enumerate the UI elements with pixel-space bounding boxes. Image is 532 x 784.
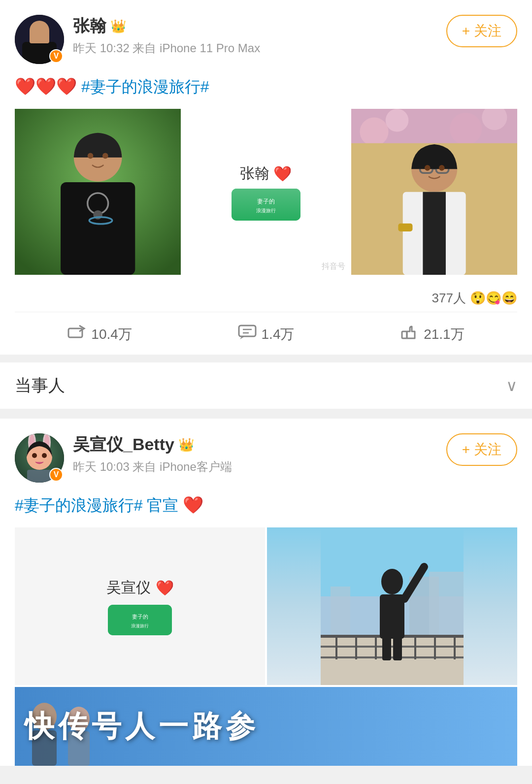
hearts-emoji: ❤️❤️❤️: [15, 77, 77, 96]
username-line-2: 吴宣仪_Betty 👑: [73, 433, 232, 456]
svg-rect-27: [398, 224, 412, 231]
svg-rect-43: [27, 470, 52, 483]
post-1-meta: 昨天 10:32 来自 iPhone 11 Pro Max: [73, 40, 260, 56]
svg-rect-60: [414, 635, 416, 659]
svg-rect-52: [321, 636, 464, 685]
svg-point-18: [450, 113, 482, 145]
avatar-zhang-han[interactable]: V: [15, 15, 64, 64]
svg-rect-57: [355, 635, 357, 659]
username-line-1: 张翰 👑: [73, 15, 260, 37]
svg-point-42: [42, 453, 47, 458]
post-2-meta: 昨天 10:03 来自 iPhone客户端: [73, 459, 232, 475]
post-2-img-1[interactable]: 吴宣仪 ❤️ 妻子的 浪漫旅行: [15, 527, 265, 685]
svg-point-41: [32, 453, 37, 458]
like-icon: [400, 324, 419, 345]
section-divider: [0, 409, 532, 419]
post-2: V 吴宣仪_Betty 👑 昨天 10:03 来自 iPhone客户端 + 关注…: [0, 419, 532, 766]
svg-point-11: [102, 153, 108, 159]
post-1-action-bar: 10.4万 1.4万 21.1万: [15, 312, 517, 355]
svg-rect-55: [321, 656, 464, 658]
svg-point-16: [360, 117, 388, 146]
crown-icon-1: 👑: [110, 19, 126, 34]
parties-label: 当事人: [15, 374, 65, 397]
banner-overlay: 快传号人一路参: [25, 707, 259, 747]
reactions-count: 377人: [432, 290, 466, 307]
post-1-header-left: V 张翰 👑 昨天 10:32 来自 iPhone 11 Pro Max: [15, 15, 260, 64]
reactions-line: 377人 😲😋😄: [15, 285, 517, 312]
heart-2: ❤️: [183, 495, 203, 514]
wu-img-text: 吴宣仪: [106, 578, 151, 598]
svg-rect-67: [393, 636, 402, 660]
post-1-content: ❤️❤️❤️ #妻子的浪漫旅行#: [15, 74, 517, 99]
post-2-header-left: V 吴宣仪_Betty 👑 昨天 10:03 来自 iPhone客户端: [15, 433, 232, 483]
like-count: 21.1万: [424, 325, 465, 344]
parties-section[interactable]: 当事人 ∨: [0, 362, 532, 409]
svg-point-28: [425, 165, 431, 171]
svg-point-10: [88, 153, 94, 159]
img2-text: 张翰 ❤️: [240, 163, 292, 184]
svg-rect-64: [380, 594, 404, 639]
post-2-image-grid: 吴宣仪 ❤️ 妻子的 浪漫旅行: [15, 527, 517, 685]
post-1: V 张翰 👑 昨天 10:32 来自 iPhone 11 Pro Max + 关…: [0, 0, 532, 355]
svg-rect-51: [429, 572, 464, 636]
svg-rect-61: [434, 635, 436, 659]
svg-rect-62: [454, 635, 456, 659]
svg-point-63: [381, 569, 403, 594]
like-action[interactable]: 21.1万: [400, 324, 465, 345]
post-1-img-2[interactable]: 张翰 ❤️ 妻子的 浪漫旅行 抖音号: [183, 109, 349, 275]
post-1-img-3[interactable]: [351, 109, 517, 275]
username-2: 吴宣仪_Betty: [73, 433, 174, 456]
hashtag-2b[interactable]: 官宣: [147, 496, 178, 514]
verified-badge: V: [49, 49, 63, 63]
crown-icon-2: 👑: [178, 437, 194, 453]
svg-text:妻子的: 妻子的: [132, 614, 148, 620]
svg-rect-54: [321, 646, 464, 648]
post-2-content: #妻子的浪漫旅行# 官宣 ❤️: [15, 492, 517, 518]
chevron-down-icon: ∨: [506, 376, 517, 395]
post-1-img-1[interactable]: [15, 109, 181, 275]
hashtag-2a[interactable]: #妻子的浪漫旅行#: [15, 496, 143, 514]
follow-button-1[interactable]: + 关注: [446, 15, 517, 47]
svg-rect-56: [335, 635, 337, 659]
post-1-image-grid: 张翰 ❤️ 妻子的 浪漫旅行 抖音号: [15, 109, 517, 275]
svg-rect-31: [239, 326, 256, 336]
post-1-user-info: 张翰 👑 昨天 10:32 来自 iPhone 11 Pro Max: [73, 15, 260, 56]
post-2-img-2[interactable]: [267, 527, 517, 685]
verified-badge-2: V: [49, 468, 63, 482]
banner-text: 快传号人一路参: [25, 707, 259, 747]
post-2-header: V 吴宣仪_Betty 👑 昨天 10:03 来自 iPhone客户端 + 关注: [15, 433, 517, 483]
svg-rect-6: [61, 182, 135, 275]
svg-rect-58: [375, 635, 377, 659]
repost-icon: [67, 324, 86, 345]
repost-count: 10.4万: [91, 325, 132, 344]
reactions-emojis: 😲😋😄: [470, 291, 517, 306]
wu-img-heart: ❤️: [156, 579, 174, 596]
svg-rect-34: [402, 331, 407, 338]
watermark-2: 抖音号: [322, 261, 345, 272]
post-1-header: V 张翰 👑 昨天 10:32 来自 iPhone 11 Pro Max + 关…: [15, 15, 517, 64]
follow-button-2[interactable]: + 关注: [446, 433, 517, 466]
comment-count: 1.4万: [262, 325, 295, 344]
svg-point-29: [439, 165, 445, 171]
svg-rect-49: [331, 587, 350, 636]
comment-icon: [238, 324, 257, 345]
post-2-img-3[interactable]: 快传号人一路参: [15, 687, 517, 766]
svg-rect-44: [108, 605, 172, 635]
repost-action[interactable]: 10.4万: [67, 324, 132, 345]
hashtag-1[interactable]: #妻子的浪漫旅行#: [81, 78, 209, 96]
comment-action[interactable]: 1.4万: [238, 324, 295, 345]
svg-rect-66: [382, 636, 391, 660]
svg-text:浪漫旅行: 浪漫旅行: [131, 623, 149, 628]
username-1: 张翰: [73, 15, 106, 37]
svg-rect-23: [423, 192, 446, 275]
svg-point-17: [385, 109, 408, 132]
post-2-user-info: 吴宣仪_Betty 👑 昨天 10:03 来自 iPhone客户端: [73, 433, 232, 475]
svg-rect-3: [30, 30, 49, 43]
avatar-wu-xuanyi[interactable]: V: [15, 433, 64, 483]
svg-rect-30: [68, 328, 82, 337]
